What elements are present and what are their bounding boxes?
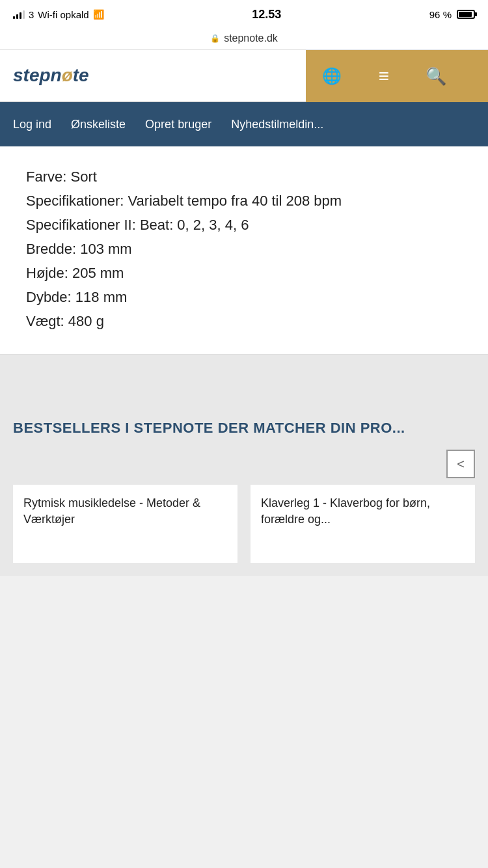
nav-item-wishlist[interactable]: Ønskeliste [71, 118, 126, 131]
battery-icon [457, 10, 475, 19]
logo-text-part1: stepn [13, 65, 62, 85]
spec-spec1-sep: : [120, 193, 128, 209]
carousel-nav: < [0, 450, 488, 478]
spec-spec1-key: Specifikationer [26, 193, 120, 209]
carousel-section: < Rytmisk musikledelse - Metoder & Værkt… [0, 443, 488, 576]
spec-hoejde-key: Højde [26, 265, 64, 281]
battery-percent-label: 96 % [429, 9, 452, 20]
spec-vaegt-key: Vægt [26, 313, 61, 329]
bestsellers-header: BESTSELLERS I STEPNOTE DER MATCHER DIN P… [0, 407, 488, 443]
spec-spec2-value: Beat: 0, 2, 3, 4, 6 [140, 217, 249, 233]
carousel-item-1[interactable]: Rytmisk musikledelse - Metoder & Værktøj… [13, 485, 237, 563]
nav-item-newsletter[interactable]: Nyhedstilmeldin... [231, 118, 323, 131]
extra-button[interactable] [462, 50, 488, 102]
status-bar: 3 Wi-fi opkald 📶 12.53 96 % [0, 0, 488, 29]
nav-item-login[interactable]: Log ind [13, 118, 51, 131]
search-button[interactable]: 🔍 [410, 50, 462, 102]
carousel-item-1-title: Rytmisk musikledelse - Metoder & Værktøj… [23, 495, 227, 528]
spec-hoejde-sep: : [64, 265, 72, 281]
carousel-item-2-title: Klaverleg 1 - Klaverbog for børn, foræld… [261, 495, 465, 528]
spec-vaegt: Vægt: 480 g [26, 310, 462, 332]
site-logo[interactable]: stepnøte [0, 65, 89, 86]
spec-dybde-value: 118 mm [75, 289, 127, 305]
spec-spec2: Specifikationer II: Beat: 0, 2, 3, 4, 6 [26, 214, 462, 236]
url-text: stepnote.dk [224, 33, 278, 44]
header-icons: 🌐 ≡ 🔍 [306, 50, 488, 101]
spec-spec1-value: Variabelt tempo fra 40 til 208 bpm [128, 193, 342, 209]
spec-hoejde-value: 205 mm [72, 265, 124, 281]
carousel-prev-button[interactable]: < [446, 450, 475, 478]
spec-farve-value: Sort [70, 169, 96, 185]
carrier-label: 3 [29, 9, 34, 20]
logo-text-part2: te [73, 65, 89, 85]
globe-icon: 🌐 [322, 67, 342, 85]
spec-spec1: Specifikationer: Variabelt tempo fra 40 … [26, 190, 462, 211]
globe-button[interactable]: 🌐 [306, 50, 358, 102]
menu-button[interactable]: ≡ [358, 50, 410, 102]
spec-farve: Farve: Sort [26, 166, 462, 187]
url-bar[interactable]: 🔒 stepnote.dk [0, 29, 488, 50]
connection-label: Wi-fi opkald [38, 9, 88, 20]
wifi-icon: 📶 [93, 9, 104, 20]
spec-vaegt-value: 480 g [68, 313, 104, 329]
spec-dybde-key: Dybde [26, 289, 68, 305]
spec-farve-key: Farve [26, 169, 62, 185]
carousel-items: Rytmisk musikledelse - Metoder & Værktøj… [0, 485, 488, 563]
status-left: 3 Wi-fi opkald 📶 [13, 9, 104, 20]
spec-spec2-key: Specifikationer II [26, 217, 132, 233]
spec-bredde-sep: : [72, 241, 80, 257]
chevron-left-icon: < [457, 457, 465, 472]
nav-bar: Log ind Ønskeliste Opret bruger Nyhedsti… [0, 102, 488, 146]
signal-icon [13, 10, 25, 19]
carousel-item-2[interactable]: Klaverleg 1 - Klaverbog for børn, foræld… [251, 485, 475, 563]
site-header: stepnøte 🌐 ≡ 🔍 [0, 50, 488, 102]
spec-bredde: Bredde: 103 mm [26, 238, 462, 260]
spec-bredde-value: 103 mm [80, 241, 131, 257]
spec-farve-sep: : [62, 169, 70, 185]
spec-dybde: Dybde: 118 mm [26, 286, 462, 308]
bestsellers-title: BESTSELLERS I STEPNOTE DER MATCHER DIN P… [13, 420, 475, 437]
spec-dybde-sep: : [68, 289, 75, 305]
lock-icon: 🔒 [210, 34, 220, 43]
spec-hoejde: Højde: 205 mm [26, 262, 462, 284]
nav-item-register[interactable]: Opret bruger [145, 118, 211, 131]
search-icon: 🔍 [426, 66, 446, 87]
gap-section [0, 355, 488, 407]
spec-vaegt-sep: : [61, 313, 68, 329]
spec-bredde-key: Bredde [26, 241, 72, 257]
menu-icon: ≡ [379, 66, 389, 87]
specs-section: Farve: Sort Specifikationer: Variabelt t… [0, 146, 488, 355]
spec-spec2-sep: : [132, 217, 140, 233]
logo-accent: ø [62, 65, 73, 85]
status-right: 96 % [429, 9, 475, 20]
time-label: 12.53 [252, 8, 281, 21]
